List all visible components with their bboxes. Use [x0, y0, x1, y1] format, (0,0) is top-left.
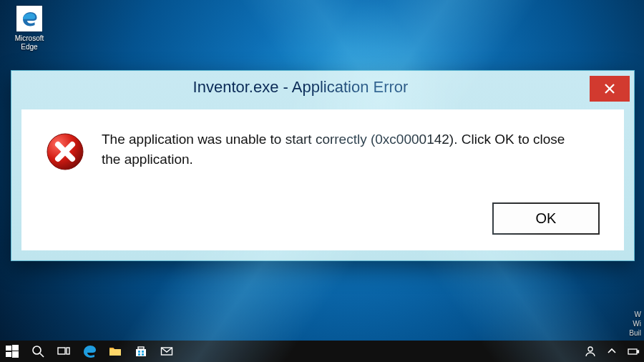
desktop-icon-label: MicrosoftEdge: [9, 34, 50, 52]
error-icon: [46, 132, 84, 171]
tray-people[interactable]: [584, 343, 597, 359]
edge-icon: [83, 345, 96, 358]
store-icon: [135, 345, 147, 358]
svg-rect-22: [638, 351, 639, 353]
svg-rect-18: [142, 353, 144, 356]
svg-rect-5: [6, 346, 11, 351]
people-icon: [584, 345, 597, 358]
svg-line-10: [40, 353, 44, 357]
taskbar-mail[interactable]: [159, 343, 175, 359]
start-button[interactable]: [4, 343, 20, 359]
dialog-titlebar[interactable]: Inventor.exe - Application Error: [11, 71, 634, 104]
battery-icon: [627, 345, 640, 358]
tray-battery[interactable]: [627, 343, 640, 359]
ok-button[interactable]: OK: [492, 202, 600, 235]
svg-rect-21: [628, 349, 637, 354]
taskview-icon: [57, 345, 70, 358]
search-button[interactable]: [30, 343, 46, 359]
folder-icon: [109, 345, 122, 358]
svg-rect-11: [58, 348, 65, 354]
taskbar-edge[interactable]: [82, 343, 97, 359]
desktop-background: MicrosoftEdge Inventor.exe - Application…: [0, 0, 644, 362]
dialog-body: The application was unable to start corr…: [21, 109, 624, 250]
svg-rect-14: [138, 347, 144, 349]
svg-rect-7: [6, 352, 11, 357]
svg-point-9: [33, 346, 41, 354]
svg-rect-17: [138, 353, 140, 356]
svg-rect-12: [67, 348, 69, 354]
svg-point-20: [588, 347, 592, 351]
close-button[interactable]: [590, 76, 630, 102]
tray-chevron[interactable]: [605, 343, 618, 359]
close-icon: [604, 83, 615, 94]
taskbar: [0, 341, 644, 362]
svg-rect-16: [142, 351, 144, 353]
dialog-title: Inventor.exe - Application Error: [11, 78, 590, 97]
svg-rect-13: [136, 349, 146, 356]
taskbar-store[interactable]: [133, 343, 149, 359]
svg-rect-8: [12, 351, 19, 358]
svg-rect-15: [138, 351, 140, 353]
desktop-icon-edge[interactable]: MicrosoftEdge: [9, 6, 50, 52]
taskview-button[interactable]: [56, 343, 72, 359]
windows-icon: [6, 345, 19, 358]
edge-icon: [16, 6, 42, 31]
chevron-up-icon: [605, 345, 618, 358]
taskbar-explorer[interactable]: [107, 343, 123, 359]
dialog-message: The application was unable to start corr…: [102, 129, 574, 170]
search-icon: [31, 345, 44, 358]
error-dialog: Inventor.exe - Application Error: [11, 70, 635, 261]
svg-rect-6: [12, 345, 19, 351]
watermark-text: W Wi Buil: [629, 310, 641, 338]
mail-icon: [160, 345, 173, 358]
